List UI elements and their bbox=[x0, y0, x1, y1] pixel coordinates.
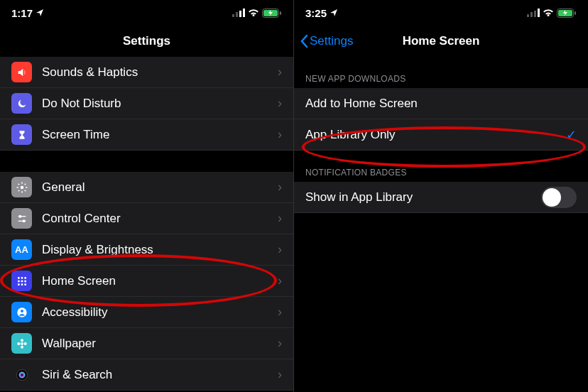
svg-rect-3 bbox=[243, 9, 245, 17]
back-label: Settings bbox=[310, 34, 353, 48]
page-title: Settings bbox=[123, 34, 170, 48]
siri-icon bbox=[11, 364, 32, 385]
row-label: Accessibility bbox=[42, 305, 278, 320]
option-show-in-app-library: Show in App Library bbox=[294, 182, 588, 213]
svg-rect-13 bbox=[21, 277, 23, 279]
svg-rect-34 bbox=[538, 9, 540, 17]
new-app-downloads-section: Add to Home ScreenApp Library Only✓ bbox=[294, 88, 588, 151]
chevron-right-icon: › bbox=[278, 336, 282, 351]
wifi-icon bbox=[248, 9, 259, 17]
svg-rect-6 bbox=[280, 11, 281, 15]
svg-point-23 bbox=[21, 342, 23, 345]
chevron-right-icon: › bbox=[278, 367, 282, 382]
svg-rect-12 bbox=[18, 277, 20, 279]
chevron-right-icon: › bbox=[278, 211, 282, 226]
chevron-left-icon bbox=[300, 34, 308, 48]
chevron-right-icon: › bbox=[278, 242, 282, 257]
status-bar: 1:17 bbox=[0, 0, 293, 26]
nav-header: Settings Home Screen bbox=[294, 26, 588, 57]
sliders-icon bbox=[11, 208, 32, 229]
row-label: Siri & Search bbox=[42, 368, 278, 382]
location-icon bbox=[330, 9, 338, 17]
chevron-right-icon: › bbox=[278, 127, 282, 142]
svg-point-24 bbox=[21, 339, 23, 342]
row-label: Show in App Library bbox=[305, 190, 541, 205]
signal-icon bbox=[232, 9, 245, 17]
nav-header: Settings bbox=[0, 26, 293, 57]
svg-rect-16 bbox=[21, 280, 23, 282]
person-icon bbox=[11, 302, 32, 322]
settings-row-do-not-disturb[interactable]: Do Not Disturb› bbox=[0, 88, 293, 119]
svg-rect-1 bbox=[236, 12, 238, 17]
settings-row-siri-search[interactable]: Siri & Search› bbox=[0, 359, 293, 391]
svg-rect-31 bbox=[527, 14, 529, 17]
settings-row-general[interactable]: General› bbox=[0, 172, 293, 203]
row-label: Display & Brightness bbox=[42, 243, 278, 257]
chevron-right-icon: › bbox=[278, 65, 282, 80]
svg-point-26 bbox=[17, 342, 20, 345]
aa-icon: AA bbox=[11, 239, 32, 260]
option-add-to-home-screen[interactable]: Add to Home Screen bbox=[294, 88, 588, 119]
status-bar: 3:25 bbox=[294, 0, 588, 26]
back-button[interactable]: Settings bbox=[300, 34, 353, 48]
phone-settings: 1:17 Settings Sounds & Haptics›Do Not Di… bbox=[0, 0, 294, 392]
row-label: Add to Home Screen bbox=[305, 97, 577, 111]
option-app-library-only[interactable]: App Library Only✓ bbox=[294, 119, 588, 151]
settings-row-screen-time[interactable]: Screen Time› bbox=[0, 119, 293, 151]
notif-badges-section: Show in App Library bbox=[294, 182, 588, 213]
settings-group-2: General›Control Center›AADisplay & Brigh… bbox=[0, 172, 293, 391]
svg-point-7 bbox=[20, 185, 23, 189]
row-label: Sounds & Haptics bbox=[42, 65, 278, 80]
speaker-icon bbox=[11, 62, 32, 82]
row-label: Screen Time bbox=[42, 128, 278, 142]
svg-rect-33 bbox=[534, 11, 536, 17]
row-label: General bbox=[42, 180, 278, 195]
chevron-right-icon: › bbox=[278, 273, 282, 288]
flower-icon bbox=[11, 333, 32, 354]
status-time: 1:17 bbox=[11, 7, 33, 19]
gear-icon bbox=[11, 177, 32, 197]
phone-homescreen-settings: 3:25 Settings Home Screen NEW APP bbox=[294, 0, 588, 392]
grid-icon bbox=[11, 271, 32, 291]
moon-icon bbox=[11, 93, 32, 114]
svg-point-25 bbox=[21, 345, 23, 348]
row-label: Do Not Disturb bbox=[42, 97, 278, 111]
svg-rect-19 bbox=[21, 283, 23, 285]
chevron-right-icon: › bbox=[278, 305, 282, 320]
settings-row-wallpaper[interactable]: Wallpaper› bbox=[0, 328, 293, 359]
chevron-right-icon: › bbox=[278, 96, 282, 111]
section-header: NEW APP DOWNLOADS bbox=[294, 57, 588, 88]
svg-rect-0 bbox=[232, 14, 234, 17]
settings-row-accessibility[interactable]: Accessibility› bbox=[0, 297, 293, 328]
wifi-icon bbox=[543, 9, 554, 17]
svg-point-27 bbox=[23, 342, 26, 345]
svg-rect-37 bbox=[575, 11, 576, 15]
settings-group-1: Sounds & Haptics›Do Not Disturb›Screen T… bbox=[0, 57, 293, 151]
location-icon bbox=[36, 9, 44, 17]
row-label: Control Center bbox=[42, 212, 278, 226]
status-time: 3:25 bbox=[305, 7, 327, 19]
svg-point-22 bbox=[21, 310, 23, 312]
toggle-switch[interactable] bbox=[541, 187, 577, 208]
settings-row-control-center[interactable]: Control Center› bbox=[0, 203, 293, 234]
settings-row-home-screen[interactable]: Home Screen› bbox=[0, 266, 293, 297]
row-label: Wallpaper bbox=[42, 337, 278, 351]
settings-row-sounds-haptics[interactable]: Sounds & Haptics› bbox=[0, 57, 293, 88]
battery-icon bbox=[557, 9, 577, 18]
svg-point-11 bbox=[22, 219, 25, 222]
svg-rect-17 bbox=[24, 280, 26, 282]
svg-rect-15 bbox=[18, 280, 20, 282]
svg-rect-20 bbox=[24, 283, 26, 285]
battery-icon bbox=[262, 9, 282, 18]
row-label: App Library Only bbox=[305, 128, 566, 142]
signal-icon bbox=[527, 9, 540, 17]
chevron-right-icon: › bbox=[278, 180, 282, 195]
hourglass-icon bbox=[11, 124, 32, 145]
checkmark-icon: ✓ bbox=[566, 127, 577, 143]
svg-point-10 bbox=[18, 214, 21, 217]
row-label: Home Screen bbox=[42, 274, 278, 288]
settings-row-display-brightness[interactable]: AADisplay & Brightness› bbox=[0, 234, 293, 266]
svg-rect-32 bbox=[530, 12, 533, 17]
section-header: NOTIFICATION BADGES bbox=[294, 151, 588, 182]
page-title: Home Screen bbox=[403, 34, 480, 48]
